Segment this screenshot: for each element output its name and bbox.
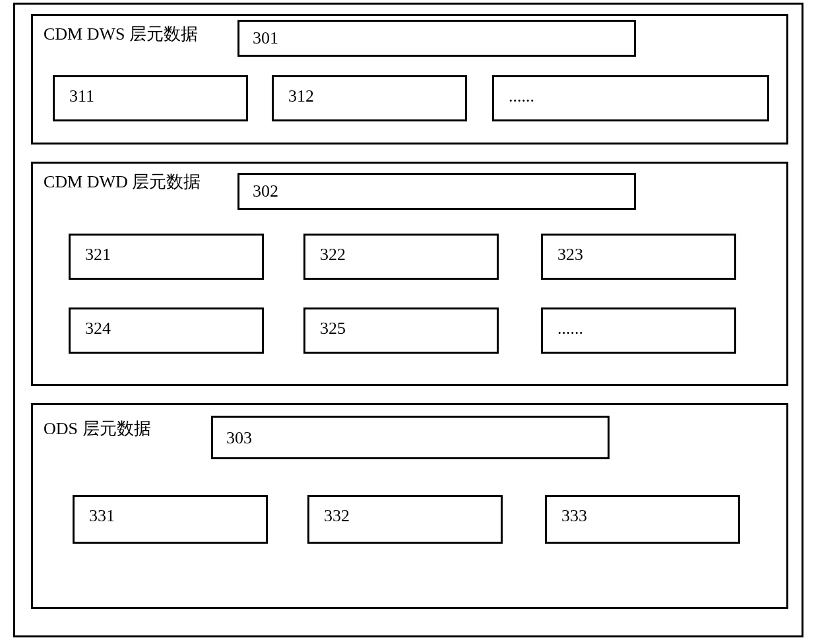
cell-dws-ellipsis: ...... [492,75,769,121]
cell-332: 332 [307,495,503,544]
cell-325: 325 [303,307,499,354]
cell-322: 322 [303,234,499,280]
cell-311: 311 [53,75,248,121]
cell-321: 321 [69,234,264,280]
layer-title-dws: CDM DWS 层元数据 [44,22,198,46]
diagram-canvas: CDM DWS 层元数据 301 311 312 ...... CDM DWD … [0,0,818,644]
cell-333: 333 [545,495,740,544]
header-box-302: 302 [237,173,636,210]
cell-dwd-ellipsis: ...... [541,307,736,354]
cell-324: 324 [69,307,264,354]
header-box-301: 301 [237,20,636,57]
layer-title-ods: ODS 层元数据 [44,417,151,440]
cell-323: 323 [541,234,736,280]
layer-cdm-dwd: CDM DWD 层元数据 302 321 322 323 324 325 ...… [31,162,788,386]
cell-331: 331 [73,495,268,544]
cell-312: 312 [272,75,467,121]
outer-frame: CDM DWS 层元数据 301 311 312 ...... CDM DWD … [13,3,803,637]
layer-cdm-dws: CDM DWS 层元数据 301 311 312 ...... [31,14,788,145]
header-box-303: 303 [211,416,610,459]
layer-title-dwd: CDM DWD 层元数据 [44,170,201,193]
layer-ods: ODS 层元数据 303 331 332 333 [31,403,788,609]
